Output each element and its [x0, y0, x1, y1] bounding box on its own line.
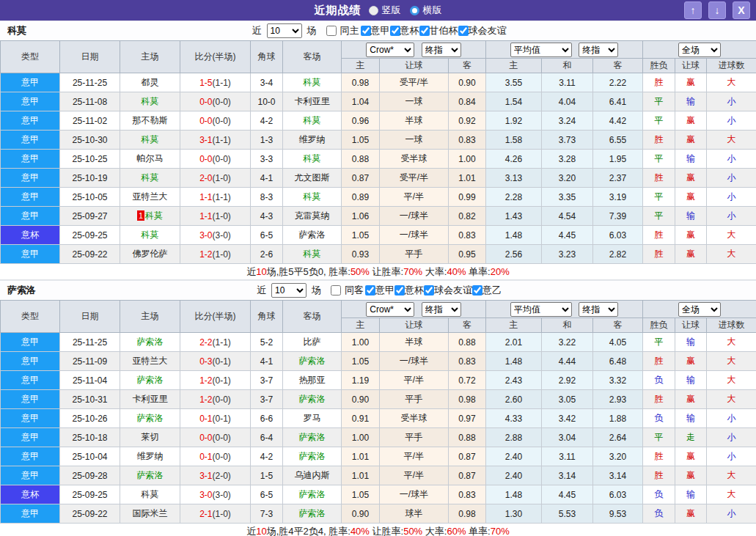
cell-away-team: 热那亚	[283, 371, 342, 390]
cell-result-goals: 大	[707, 245, 756, 264]
cell-odds-handicap: 受平/半	[380, 73, 449, 92]
league-checkbox[interactable]: 意甲	[365, 284, 394, 297]
close-button[interactable]: X	[733, 1, 750, 19]
cell-corners: 1-5	[251, 466, 283, 485]
cell-odds-home: 1.04	[342, 92, 380, 111]
cell-avg-home: 1.48	[486, 226, 542, 245]
match-row: 意甲25-11-09亚特兰大0-3(0-1)4-1萨索洛1.05一/球半0.83…	[1, 352, 756, 371]
league-checkbox-input[interactable]	[365, 285, 375, 295]
cell-match-type: 意甲	[1, 207, 60, 226]
cell-result-handicap: 走	[675, 428, 707, 447]
same-venue-checkbox[interactable]: 同客	[331, 284, 364, 297]
scope-select[interactable]: 全场	[678, 302, 721, 317]
sections-container: 科莫 近 10 场 同主 意甲意杯甘伯杯球会友谊	[0, 21, 756, 536]
cell-result-handicap: 赢	[675, 169, 707, 188]
away-team-name: 萨索洛	[299, 451, 326, 461]
cell-odds-home: 0.90	[342, 390, 380, 409]
cell-home-team: 科莫	[120, 169, 180, 188]
summary-highlight: 50%	[351, 266, 370, 277]
league-checkbox[interactable]: 球会友谊	[458, 24, 507, 37]
cell-avg-draw: 4.45	[542, 226, 593, 245]
league-checkbox-input[interactable]	[390, 26, 400, 36]
same-venue-checkbox[interactable]: 同主	[326, 24, 359, 37]
league-checkbox-input[interactable]	[419, 26, 430, 36]
avg-source-select[interactable]: 平均值	[510, 43, 572, 57]
league-checkbox-input[interactable]	[361, 26, 371, 36]
league-checkbox-label: 球会友谊	[469, 24, 507, 37]
cell-result-wl: 负	[643, 409, 675, 428]
cell-date: 25-09-28	[60, 466, 120, 485]
away-team-name: 比萨	[304, 337, 321, 347]
summary-text: 让胜率:	[370, 266, 403, 277]
cell-odds-handicap: 一/球半	[380, 352, 449, 371]
odds-stage-select[interactable]: 终指	[422, 43, 461, 57]
cell-match-type: 意甲	[1, 131, 60, 150]
scroll-down-button[interactable]: ↓	[708, 1, 726, 19]
cell-home-team: 科莫	[120, 92, 180, 111]
view-mode-radio[interactable]: 竖版	[369, 4, 401, 17]
cell-corners: 6-6	[251, 409, 283, 428]
match-count-select[interactable]: 10	[271, 283, 307, 298]
cell-home-team: 萨索洛	[120, 371, 180, 390]
cell-away-team: 萨索洛	[283, 504, 342, 524]
league-checkbox[interactable]: 意杯	[394, 284, 424, 297]
league-checkbox-input[interactable]	[472, 285, 482, 295]
cell-result-wl: 平	[643, 428, 675, 447]
cell-score: 0-0(0-0)	[180, 150, 251, 169]
cell-avg-draw: 5.53	[542, 504, 593, 524]
summary-text: 让胜率:	[370, 526, 403, 536]
cell-result-goals: 小	[707, 447, 756, 466]
fulltime-score: 0-0	[199, 433, 212, 443]
cell-away-team: 卡利亚里	[283, 92, 342, 111]
league-checkbox[interactable]: 甘伯杯	[419, 24, 458, 37]
cell-match-type: 意甲	[1, 333, 60, 352]
cell-odds-home: 1.05	[342, 226, 380, 245]
col-odds-handicap: 让球	[380, 59, 449, 73]
avg-source-select[interactable]: 平均值	[510, 302, 572, 317]
odds-source-select[interactable]: Crow*	[366, 43, 414, 57]
match-row: 意甲25-11-02那不勒斯0-0(0-0)4-2科莫0.96半球0.921.9…	[1, 111, 756, 131]
col-odds-away: 客	[449, 318, 486, 333]
cell-date: 25-10-30	[60, 131, 120, 150]
cell-home-team: 卡利亚里	[120, 390, 180, 409]
cell-home-team: 亚特兰大	[120, 352, 180, 371]
cell-date: 25-09-25	[60, 226, 120, 245]
scope-select[interactable]: 全场	[678, 43, 721, 57]
col-result-handicap: 让球	[675, 318, 707, 333]
cell-avg-away: 4.42	[593, 111, 643, 131]
match-count-select[interactable]: 10	[267, 23, 302, 38]
fulltime-score: 3-0	[199, 490, 212, 500]
fulltime-score: 1-1	[199, 211, 212, 221]
radio-unselected-icon[interactable]	[410, 6, 419, 15]
cell-score: 1-2(0-1)	[180, 371, 251, 390]
cell-avg-draw: 3.23	[542, 245, 593, 264]
league-checkbox[interactable]: 意乙	[472, 284, 502, 297]
league-checkbox-input[interactable]	[394, 285, 405, 295]
home-team-name: 萨索洛	[137, 337, 164, 347]
cell-avg-home: 2.88	[486, 428, 542, 447]
odds-stage-select[interactable]: 终指	[422, 302, 461, 317]
view-mode-radio[interactable]: 横版	[410, 4, 442, 17]
cell-avg-draw: 3.11	[542, 73, 593, 92]
scroll-up-button[interactable]: ↑	[684, 1, 702, 19]
away-team-name: 萨索洛	[299, 432, 326, 442]
cell-avg-draw: 3.11	[542, 447, 593, 466]
halftime-score: (1-1)	[213, 337, 231, 348]
same-venue-checkbox-input[interactable]	[331, 285, 341, 295]
cell-date: 25-10-18	[60, 428, 120, 447]
col-avg-home: 主	[486, 59, 542, 73]
league-checkbox-input[interactable]	[458, 26, 469, 36]
summary-text: 场,胜4平2负4, 胜率:	[267, 526, 351, 536]
avg-stage-select[interactable]: 终指	[579, 302, 618, 317]
cell-away-team: 比萨	[283, 333, 342, 352]
league-checkbox-input[interactable]	[424, 285, 434, 295]
league-checkbox[interactable]: 意甲	[361, 24, 390, 37]
odds-source-select[interactable]: Crow*	[366, 302, 414, 317]
same-venue-checkbox-input[interactable]	[326, 26, 337, 36]
radio-selected-icon[interactable]	[369, 6, 378, 15]
league-checkbox[interactable]: 意杯	[390, 24, 419, 37]
avg-stage-select[interactable]: 终指	[579, 43, 618, 57]
league-checkbox[interactable]: 球会友谊	[424, 284, 472, 297]
cell-corners: 10-0	[251, 92, 283, 111]
cell-score: 2-2(1-1)	[180, 333, 251, 352]
